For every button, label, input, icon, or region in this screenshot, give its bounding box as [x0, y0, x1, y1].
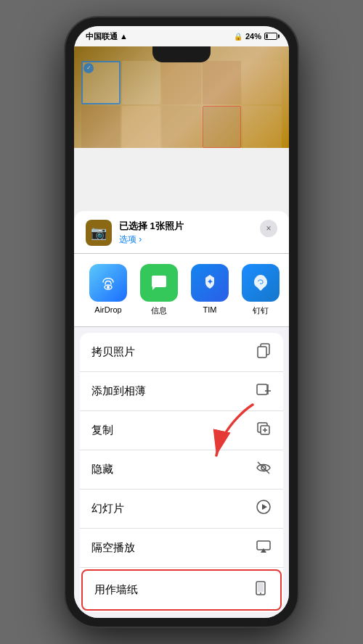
svg-marker-18: [261, 548, 266, 553]
tim-label: TIM: [203, 305, 217, 314]
photo-thumb[interactable]: [162, 61, 201, 104]
photo-thumb[interactable]: [242, 106, 282, 148]
action-wallpaper[interactable]: 用作墙纸: [81, 569, 282, 611]
app-item-airdrop[interactable]: AirDrop: [86, 264, 131, 316]
photo-thumb-selected[interactable]: [81, 61, 121, 104]
wifi-icon: ▲: [120, 32, 128, 41]
phone-screen: 中国联通 ▲ 🔒 24%: [74, 26, 289, 618]
lock-icon: 🔒: [234, 33, 242, 41]
photo-thumb[interactable]: [81, 106, 121, 148]
status-bar: 中国联通 ▲ 🔒 24%: [74, 26, 289, 46]
phone-frame: 中国联通 ▲ 🔒 24%: [65, 17, 298, 627]
svg-text:✦: ✦: [207, 278, 213, 286]
battery-percent: 24%: [245, 32, 261, 41]
dingding-label: 钉钉: [253, 305, 269, 316]
slideshow-icon: [256, 499, 272, 519]
action-slideshow[interactable]: 幻灯片: [80, 490, 283, 529]
svg-rect-5: [257, 384, 267, 395]
svg-point-21: [260, 593, 261, 594]
airplay-icon: [256, 538, 272, 558]
share-close-button[interactable]: ×: [260, 220, 277, 237]
svg-point-1: [107, 286, 110, 289]
app-item-messages[interactable]: 信息: [136, 264, 182, 316]
add-album-icon: [256, 381, 272, 401]
photo-thumb[interactable]: [162, 106, 201, 148]
photo-thumb[interactable]: [122, 61, 161, 104]
action-duplicate[interactable]: 复制: [80, 411, 283, 450]
photo-thumb-red[interactable]: [203, 106, 242, 148]
action-airplay[interactable]: 隔空播放: [80, 529, 283, 568]
carrier-label: 中国联通: [86, 31, 118, 42]
app-row: AirDrop 信息 ✦: [74, 254, 289, 327]
dingding-icon: [242, 264, 280, 302]
copy-photo-icon: [256, 342, 272, 362]
svg-marker-16: [262, 504, 267, 510]
hide-icon: [256, 460, 272, 479]
svg-line-14: [258, 462, 269, 474]
photo-thumb[interactable]: [203, 61, 242, 104]
action-hide[interactable]: 隐藏: [80, 450, 283, 490]
messages-label: 信息: [151, 305, 167, 316]
app-item-dingding[interactable]: 钉钉: [238, 264, 283, 316]
action-add-album[interactable]: 添加到相薄: [80, 372, 283, 411]
wallpaper-icon: [253, 580, 269, 600]
photo-thumb[interactable]: [242, 61, 282, 104]
action-copy-photo[interactable]: 拷贝照片: [80, 333, 283, 372]
airdrop-label: AirDrop: [94, 305, 121, 314]
tim-icon: ✦: [191, 264, 229, 302]
svg-rect-20: [258, 583, 264, 592]
share-sheet-header: 📷 已选择 1张照片 选项 › ×: [74, 211, 289, 254]
battery-icon: [264, 33, 277, 40]
app-item-tim[interactable]: ✦ TIM: [187, 264, 232, 316]
share-sheet: 📷 已选择 1张照片 选项 › ×: [74, 211, 289, 618]
share-header-icon: 📷: [86, 220, 112, 246]
airdrop-icon: [89, 264, 127, 302]
battery-fill: [266, 34, 268, 38]
svg-rect-4: [258, 347, 266, 358]
duplicate-icon: [256, 421, 272, 440]
action-list: 拷贝照片 添加到相薄: [80, 333, 283, 612]
messages-icon: [140, 264, 178, 302]
share-subtitle[interactable]: 选项 ›: [119, 234, 184, 246]
share-title: 已选择 1张照片: [119, 220, 184, 233]
notch: [152, 46, 211, 62]
photo-thumb[interactable]: [122, 106, 161, 148]
